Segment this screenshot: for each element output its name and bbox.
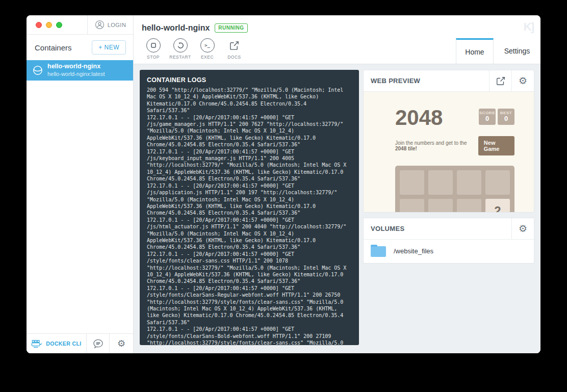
- score-value: 0: [479, 115, 496, 122]
- restart-button[interactable]: RESTART: [167, 37, 194, 60]
- sidebar-item-hello-world-nginx[interactable]: hello-world-nginx hello-world-nginx:late…: [27, 60, 133, 81]
- game-subtitle: Join the numbers and get to the 2048 til…: [395, 140, 478, 151]
- game-subheader: Join the numbers and get to the 2048 til…: [395, 136, 514, 155]
- login-label: LOGIN: [108, 22, 126, 28]
- tab-bar: Home Settings: [456, 38, 540, 64]
- new-container-button[interactable]: + NEW: [92, 40, 126, 55]
- minimize-window-button[interactable]: [46, 22, 52, 28]
- docker-cli-label: DOCKER CLI: [46, 341, 81, 347]
- volumes-title: VOLUMES: [364, 225, 511, 232]
- board-cell: [457, 199, 481, 212]
- volume-row[interactable]: /website_files: [364, 240, 534, 263]
- board-cell: [428, 170, 453, 195]
- tab-settings[interactable]: Settings: [494, 38, 540, 64]
- right-column: WEB PREVIEW ⚙: [363, 70, 534, 348]
- game-board: 2: [395, 166, 514, 212]
- containers-title: Containers: [35, 43, 72, 52]
- status-badge: RUNNING: [215, 23, 247, 33]
- board-cell: [400, 170, 424, 195]
- container-icon: [33, 65, 43, 75]
- external-link-icon: [496, 76, 506, 86]
- log-output[interactable]: 200 594 "http://localhost:32779/" "Mozil…: [140, 87, 359, 345]
- web-preview-panel: WEB PREVIEW ⚙: [363, 70, 534, 213]
- restart-icon: [173, 38, 188, 53]
- close-window-button[interactable]: [36, 22, 42, 28]
- container-image: hello-world-nginx:latest: [47, 71, 105, 78]
- new-game-button[interactable]: New Game: [478, 136, 514, 155]
- web-preview-title: WEB PREVIEW: [364, 77, 489, 85]
- gear-icon: ⚙: [519, 224, 527, 233]
- container-logs-panel: CONTAINER LOGS 200 594 "http://localhost…: [140, 70, 359, 345]
- container-name: hello-world-nginx: [47, 63, 105, 71]
- score-box: SCORE 0: [479, 109, 496, 125]
- web-preview-frame[interactable]: 2048 SCORE 0 BEST 0: [364, 92, 534, 212]
- sidebar-titlebar: LOGIN: [27, 15, 133, 35]
- chat-bubble-icon: [93, 339, 104, 349]
- external-link-icon: [229, 38, 240, 53]
- main-header: hello-world-nginx RUNNING K] STOP: [134, 15, 540, 64]
- feedback-button[interactable]: [87, 334, 110, 353]
- docs-button[interactable]: DOCS: [221, 37, 248, 60]
- main-area: hello-world-nginx RUNNING K] STOP: [134, 15, 540, 353]
- volumes-panel: VOLUMES ⚙ /website_files: [363, 218, 534, 264]
- web-preview-settings-button[interactable]: ⚙: [511, 70, 534, 91]
- exec-button[interactable]: >_ EXEC: [194, 37, 221, 60]
- kitematic-logo: K]: [524, 20, 533, 34]
- volumes-header: VOLUMES ⚙: [364, 218, 534, 240]
- gear-icon: ⚙: [519, 76, 527, 86]
- page-title: hello-world-nginx: [142, 23, 210, 33]
- content-area: CONTAINER LOGS 200 594 "http://localhost…: [134, 64, 540, 353]
- stop-button[interactable]: STOP: [140, 37, 167, 60]
- gear-icon: ⚙: [117, 339, 125, 348]
- web-preview-header: WEB PREVIEW ⚙: [364, 70, 534, 92]
- tile-2: 2: [485, 199, 510, 212]
- volumes-settings-button[interactable]: ⚙: [511, 218, 534, 239]
- login-button[interactable]: LOGIN: [87, 15, 133, 34]
- sidebar: LOGIN Containers + NEW hello-world-nginx…: [27, 15, 134, 353]
- container-logs-title: CONTAINER LOGS: [140, 70, 359, 88]
- game-header: 2048 SCORE 0 BEST 0: [395, 107, 514, 128]
- sidebar-empty-space: [27, 81, 133, 333]
- best-value: 0: [498, 115, 514, 122]
- board-cell: [457, 170, 481, 195]
- preferences-button[interactable]: ⚙: [110, 334, 133, 353]
- window-controls: [27, 15, 87, 34]
- folder-icon: [371, 246, 386, 257]
- sidebar-footer: DOCKER CLI ⚙: [27, 333, 133, 353]
- docker-cli-button[interactable]: DOCKER CLI: [27, 334, 87, 353]
- exec-terminal-icon: >_: [200, 38, 215, 53]
- open-in-browser-button[interactable]: [489, 70, 511, 91]
- container-item-text: hello-world-nginx hello-world-nginx:late…: [47, 63, 105, 77]
- game-title: 2048: [395, 107, 443, 128]
- board-cell: [428, 199, 453, 212]
- board-cell: [400, 199, 424, 212]
- kitematic-window: LOGIN Containers + NEW hello-world-nginx…: [27, 15, 540, 353]
- containers-header: Containers + NEW: [27, 35, 133, 60]
- board-cell: [485, 170, 510, 195]
- container-title-row: hello-world-nginx RUNNING: [134, 15, 540, 35]
- best-box: BEST 0: [498, 109, 514, 125]
- score-boxes: SCORE 0 BEST 0: [479, 109, 514, 125]
- volume-path: /website_files: [394, 247, 433, 255]
- tab-home[interactable]: Home: [456, 38, 494, 64]
- docker-cli-icon: [31, 339, 42, 348]
- user-icon: [95, 20, 105, 30]
- zoom-window-button[interactable]: [56, 22, 62, 28]
- stop-icon: [146, 38, 161, 53]
